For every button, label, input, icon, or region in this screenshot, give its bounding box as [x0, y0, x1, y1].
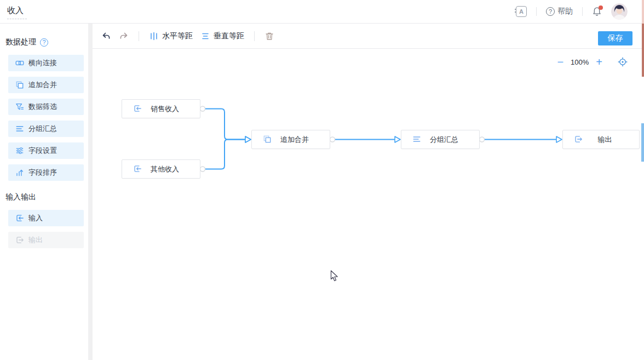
flow-canvas[interactable]: − 100% + 销售收入其他收入追加合并分组汇总输出 — [93, 49, 644, 360]
sidebar-item-label: 追加合并 — [28, 80, 57, 90]
zoom-out-button[interactable]: − — [557, 56, 564, 67]
horizontal-spacing-button[interactable]: 水平等距 — [149, 31, 193, 41]
sidebar-item-append-merge[interactable]: 追加合并 — [8, 77, 84, 93]
mouse-cursor — [330, 270, 340, 282]
sidebar-item-label: 输出 — [28, 235, 43, 245]
output-port-sales-income[interactable] — [200, 106, 205, 111]
top-bar-actions: A ? 帮助 — [516, 3, 628, 20]
input-icon — [133, 104, 142, 113]
sidebar-item-group-summary[interactable]: 分组汇总 — [8, 121, 84, 137]
vertical-spacing-label: 垂直等距 — [214, 31, 244, 41]
edge-arrowhead — [245, 136, 251, 142]
flow-node-other-income[interactable]: 其他收入 — [122, 159, 200, 179]
output-port-group-summary[interactable] — [480, 137, 485, 142]
sidebar-item-label: 字段排序 — [28, 168, 57, 178]
horizontal-join-icon — [15, 59, 24, 67]
undo-icon — [101, 31, 111, 41]
main-layout: 数据处理?横向连接追加合并数据筛选分组汇总字段设置字段排序输入输出输入输出 水平… — [0, 24, 644, 360]
help-label: 帮助 — [557, 7, 573, 16]
edge-arrowhead — [395, 136, 400, 142]
append-merge-icon — [263, 135, 272, 144]
divider — [254, 31, 255, 41]
output-icon — [15, 236, 24, 244]
avatar-image — [611, 3, 628, 20]
work-area: 水平等距 垂直等距 保存 − 100% — [93, 24, 644, 360]
user-avatar[interactable] — [611, 3, 628, 20]
divider — [582, 7, 583, 16]
flow-node-append-merge[interactable]: 追加合并 — [251, 130, 330, 149]
input-icon — [133, 164, 142, 174]
group-summary-icon — [15, 124, 24, 133]
sidebar-item-horizontal-join[interactable]: 横向连接 — [8, 55, 84, 71]
sidebar-item-label: 横向连接 — [28, 58, 57, 68]
sidebar-item-data-filter[interactable]: 数据筛选 — [8, 99, 84, 115]
output-icon — [574, 135, 583, 144]
horizontal-spacing-icon — [149, 31, 159, 41]
trash-icon — [264, 31, 274, 41]
sidebar-scroll-track[interactable] — [88, 24, 93, 360]
section-help-icon[interactable]: ? — [40, 38, 48, 47]
flow-toolbar: 水平等距 垂直等距 保存 — [93, 24, 644, 49]
edge-arrowhead — [245, 136, 251, 142]
sidebar-section-title: 输入输出 — [5, 193, 83, 202]
redo-button[interactable] — [119, 31, 129, 41]
language-icon[interactable]: A — [516, 6, 527, 17]
sidebar-item-output: 输出 — [8, 232, 84, 248]
zoom-controls: − 100% + — [557, 56, 602, 67]
output-port-other-income[interactable] — [200, 167, 205, 172]
vertical-spacing-button[interactable]: 垂直等距 — [200, 31, 244, 41]
flow-edge-other-income-to-append-merge — [203, 140, 245, 169]
notifications-button[interactable] — [592, 7, 602, 16]
zoom-in-button[interactable]: + — [596, 56, 602, 67]
flow-edges — [93, 49, 644, 360]
sidebar-item-field-sort[interactable]: 字段排序 — [8, 164, 84, 181]
sidebar-item-input[interactable]: 输入 — [8, 210, 84, 226]
notification-dot — [599, 5, 603, 10]
screen-edge-artifact — [641, 123, 644, 162]
sidebar-section-title: 数据处理? — [5, 38, 83, 47]
flow-node-sales-income[interactable]: 销售收入 — [122, 99, 200, 118]
horizontal-spacing-label: 水平等距 — [162, 31, 193, 41]
group-summary-icon — [412, 135, 422, 144]
field-sort-icon — [15, 168, 24, 177]
sidebar-item-label: 数据筛选 — [28, 102, 57, 112]
top-bar: 收入 A ? 帮助 — [0, 0, 644, 24]
divider — [139, 31, 139, 41]
sidebar-item-field-settings[interactable]: 字段设置 — [8, 142, 84, 159]
document-title[interactable]: 收入 — [7, 4, 27, 19]
flow-edge-sales-income-to-append-merge — [203, 109, 245, 140]
append-merge-icon — [15, 81, 24, 89]
divider — [536, 7, 537, 16]
locate-center-icon[interactable] — [618, 57, 628, 67]
flow-node-group-summary[interactable]: 分组汇总 — [401, 130, 480, 149]
sidebar-item-label: 输入 — [28, 213, 43, 223]
delete-button[interactable] — [264, 31, 274, 41]
section-title-text: 输入输出 — [5, 192, 36, 202]
zoom-level: 100% — [571, 58, 589, 66]
sidebar: 数据处理?横向连接追加合并数据筛选分组汇总字段设置字段排序输入输出输入输出 — [0, 24, 88, 360]
edge-arrowhead — [556, 136, 562, 142]
save-button[interactable]: 保存 — [598, 31, 633, 45]
screen-edge-artifact — [642, 24, 644, 77]
question-circle-icon: ? — [546, 7, 555, 16]
section-title-text: 数据处理 — [5, 37, 36, 47]
undo-button[interactable] — [101, 31, 111, 41]
vertical-spacing-icon — [200, 31, 210, 41]
sidebar-item-label: 字段设置 — [28, 146, 57, 156]
input-icon — [15, 214, 24, 222]
sidebar-item-label: 分组汇总 — [28, 124, 57, 134]
output-port-append-merge[interactable] — [330, 137, 335, 142]
flow-node-output[interactable]: 输出 — [562, 130, 640, 149]
filter-icon — [15, 102, 24, 111]
redo-icon — [119, 31, 129, 41]
screen-edge-artifact — [642, 0, 644, 24]
field-settings-icon — [15, 146, 24, 155]
help-button[interactable]: ? 帮助 — [546, 7, 573, 16]
